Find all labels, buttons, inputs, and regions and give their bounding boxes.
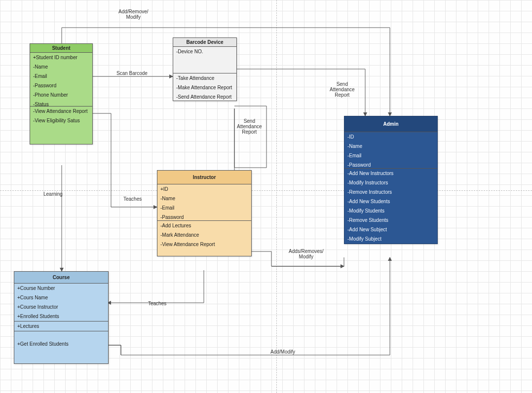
op: -Modify Students <box>344 206 437 215</box>
attr: -Name <box>344 142 437 151</box>
op: -Modify Subject <box>344 234 437 244</box>
attr: +Course Instructor <box>14 302 108 312</box>
op: -Add New Subject <box>344 225 437 234</box>
attr: +Enrolled Students <box>14 312 108 321</box>
label-adds-removes-modify: Adds/Removes/ Modify <box>289 249 324 259</box>
label-send-report-2: Send Attendance Report <box>237 118 262 135</box>
diagram-canvas: Add/Remove/ Modify Scan Barcode Send Att… <box>0 0 532 393</box>
spacer <box>30 125 92 144</box>
class-course[interactable]: Course +Course Number +Cours Name +Cours… <box>14 271 109 364</box>
attr: +ID <box>157 184 251 194</box>
class-title: Student <box>30 44 92 53</box>
attr: +Course Number <box>14 284 108 293</box>
page-divider-vertical <box>276 0 277 393</box>
attr: -Phone Number <box>30 90 92 100</box>
label-add-modify: Add/Modify <box>270 349 295 355</box>
attr: +Student ID number <box>30 53 92 62</box>
attr: -Password <box>157 213 251 220</box>
op: -Add Lectures <box>157 221 251 230</box>
attributes-section: +Student ID number -Name -Email -Passwor… <box>30 53 92 107</box>
spacer <box>157 249 251 256</box>
operations-section: -Add Lectures -Mark Attendance -View Att… <box>157 221 251 256</box>
op: -Remove Students <box>344 215 437 225</box>
attr: -Email <box>157 203 251 213</box>
label-scan-barcode: Scan Barcode <box>116 71 148 76</box>
class-student[interactable]: Student +Student ID number -Name -Email … <box>30 43 93 144</box>
attr: -Status <box>30 100 92 107</box>
attributes-section: +Course Number +Cours Name +Course Instr… <box>14 284 108 322</box>
class-instructor[interactable]: Instructor +ID -Name -Email -Password -A… <box>157 170 252 256</box>
attr: -Email <box>344 151 437 160</box>
spacer <box>14 349 108 363</box>
attr: +Cours Name <box>14 293 108 302</box>
class-title: Barcode Device <box>173 38 236 47</box>
op: -Remove Instructors <box>344 187 437 197</box>
attr: -Name <box>157 194 251 203</box>
op: -View Eligibility Satus <box>30 116 92 125</box>
label-teaches-1: Teaches <box>123 196 142 202</box>
attributes-section-2: +Lectures <box>14 322 108 331</box>
spacer <box>14 331 108 339</box>
attributes-section: +ID -Name -Email -Password <box>157 184 251 221</box>
attr: -Password <box>344 160 437 168</box>
op: -Add New Students <box>344 197 437 206</box>
attr: -Email <box>30 71 92 81</box>
attr: +Lectures <box>14 322 108 331</box>
operations-section: -Take Attendance -Make Attendance Report… <box>173 73 236 101</box>
op: -View Attendance Report <box>30 107 92 116</box>
op: -Take Attendance <box>173 73 236 83</box>
label-teaches-2: Teaches <box>148 301 166 306</box>
op: -View Attendance Report <box>157 240 251 249</box>
attributes-section: -Device NO. <box>173 47 236 73</box>
op: -Modify Instructors <box>344 178 437 187</box>
label-add-remove-modify-top: Add/Remove/ Modify <box>118 9 149 20</box>
label-send-report-1: Send Attendance Report <box>330 81 355 98</box>
operations-section: -Add New Instructors -Modify Instructors… <box>344 169 437 244</box>
op: -Send Attendance Report <box>173 92 236 101</box>
label-learning: Learning <box>43 191 63 197</box>
op: -Mark Attendance <box>157 230 251 240</box>
class-title: Instructor <box>157 171 251 184</box>
op: +Get Enrolled Students <box>14 339 108 349</box>
class-barcode-device[interactable]: Barcode Device -Device NO. -Take Attenda… <box>173 37 237 101</box>
class-title: Course <box>14 272 108 284</box>
page-divider-horizontal <box>0 190 532 191</box>
operations-section: +Get Enrolled Students <box>14 331 108 363</box>
attr: -Device NO. <box>173 47 236 56</box>
op: -Make Attendance Report <box>173 83 236 92</box>
attr: -Password <box>30 81 92 90</box>
class-title: Admin <box>344 116 437 132</box>
attr: -ID <box>344 132 437 142</box>
attributes-section: -ID -Name -Email -Password <box>344 132 437 169</box>
spacer <box>173 56 236 73</box>
attr: -Name <box>30 62 92 71</box>
operations-section: -View Attendance Report -View Eligibilit… <box>30 107 92 144</box>
class-admin[interactable]: Admin -ID -Name -Email -Password -Add Ne… <box>344 116 438 244</box>
op: -Add New Instructors <box>344 169 437 178</box>
